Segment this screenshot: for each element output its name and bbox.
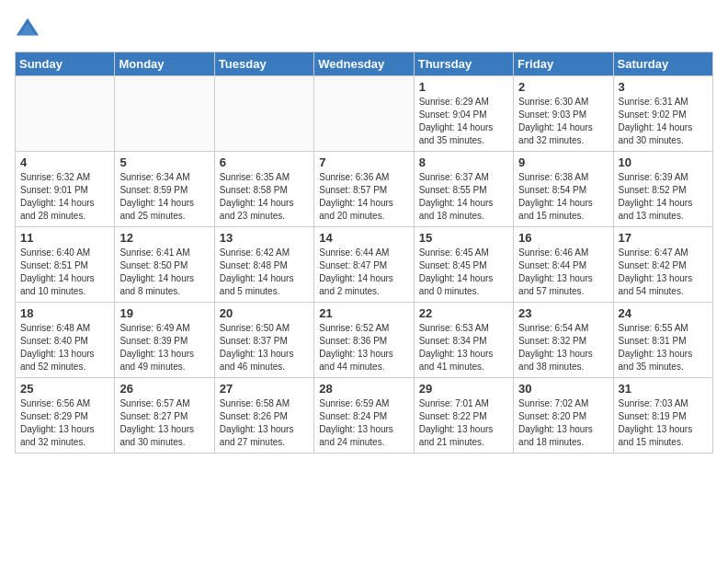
- calendar-cell: 28Sunrise: 6:59 AM Sunset: 8:24 PM Dayli…: [314, 378, 414, 454]
- calendar-cell: 4Sunrise: 6:32 AM Sunset: 9:01 PM Daylig…: [16, 152, 115, 227]
- day-number: 20: [220, 306, 309, 320]
- day-info: Sunrise: 7:01 AM Sunset: 8:22 PM Dayligh…: [419, 397, 508, 449]
- day-of-week-header: Tuesday: [214, 52, 313, 76]
- day-number: 22: [419, 306, 508, 320]
- day-number: 26: [119, 382, 209, 396]
- day-info: Sunrise: 6:38 AM Sunset: 8:54 PM Dayligh…: [518, 171, 608, 223]
- calendar-cell: 19Sunrise: 6:49 AM Sunset: 8:39 PM Dayli…: [115, 303, 214, 378]
- page-header: [15, 15, 713, 40]
- day-of-week-header: Monday: [115, 52, 214, 76]
- logo: [15, 15, 44, 40]
- day-number: 24: [619, 306, 708, 320]
- day-number: 21: [319, 306, 408, 320]
- day-info: Sunrise: 6:45 AM Sunset: 8:45 PM Dayligh…: [419, 247, 508, 298]
- logo-icon: [15, 15, 40, 40]
- day-number: 30: [518, 382, 608, 396]
- day-info: Sunrise: 6:29 AM Sunset: 9:04 PM Dayligh…: [419, 96, 508, 147]
- day-number: 17: [619, 231, 708, 245]
- day-info: Sunrise: 6:48 AM Sunset: 8:40 PM Dayligh…: [20, 322, 109, 373]
- calendar-cell: 25Sunrise: 6:56 AM Sunset: 8:29 PM Dayli…: [16, 378, 115, 454]
- day-info: Sunrise: 6:53 AM Sunset: 8:34 PM Dayligh…: [419, 322, 508, 373]
- day-number: 25: [20, 382, 109, 396]
- day-info: Sunrise: 6:49 AM Sunset: 8:39 PM Dayligh…: [119, 322, 209, 373]
- calendar-week-row: 18Sunrise: 6:48 AM Sunset: 8:40 PM Dayli…: [16, 303, 713, 378]
- calendar-cell: [314, 76, 414, 152]
- calendar-cell: 14Sunrise: 6:44 AM Sunset: 8:47 PM Dayli…: [314, 227, 414, 303]
- day-info: Sunrise: 6:41 AM Sunset: 8:50 PM Dayligh…: [119, 247, 209, 298]
- day-info: Sunrise: 6:57 AM Sunset: 8:27 PM Dayligh…: [119, 397, 209, 449]
- day-of-week-header: Thursday: [414, 52, 513, 76]
- calendar-week-row: 4Sunrise: 6:32 AM Sunset: 9:01 PM Daylig…: [16, 152, 713, 227]
- calendar-cell: 30Sunrise: 7:02 AM Sunset: 8:20 PM Dayli…: [514, 378, 613, 454]
- calendar-cell: 27Sunrise: 6:58 AM Sunset: 8:26 PM Dayli…: [214, 378, 313, 454]
- day-number: 14: [319, 231, 408, 245]
- calendar-cell: 7Sunrise: 6:36 AM Sunset: 8:57 PM Daylig…: [314, 152, 414, 227]
- day-info: Sunrise: 6:40 AM Sunset: 8:51 PM Dayligh…: [20, 247, 109, 298]
- day-info: Sunrise: 6:56 AM Sunset: 8:29 PM Dayligh…: [20, 397, 109, 449]
- day-number: 16: [518, 231, 608, 245]
- calendar-cell: 23Sunrise: 6:54 AM Sunset: 8:32 PM Dayli…: [514, 303, 613, 378]
- day-info: Sunrise: 6:37 AM Sunset: 8:55 PM Dayligh…: [419, 171, 508, 223]
- day-info: Sunrise: 6:32 AM Sunset: 9:01 PM Dayligh…: [20, 171, 109, 223]
- calendar-cell: 29Sunrise: 7:01 AM Sunset: 8:22 PM Dayli…: [414, 378, 513, 454]
- day-info: Sunrise: 6:39 AM Sunset: 8:52 PM Dayligh…: [619, 171, 708, 223]
- day-number: 2: [518, 80, 608, 94]
- calendar-cell: 11Sunrise: 6:40 AM Sunset: 8:51 PM Dayli…: [16, 227, 115, 303]
- calendar-week-row: 1Sunrise: 6:29 AM Sunset: 9:04 PM Daylig…: [16, 76, 713, 152]
- day-number: 31: [619, 382, 708, 396]
- day-number: 19: [119, 306, 209, 320]
- day-number: 29: [419, 382, 508, 396]
- day-info: Sunrise: 6:47 AM Sunset: 8:42 PM Dayligh…: [619, 247, 708, 298]
- day-of-week-header: Wednesday: [314, 52, 414, 76]
- day-number: 4: [20, 155, 109, 169]
- calendar-cell: 31Sunrise: 7:03 AM Sunset: 8:19 PM Dayli…: [613, 378, 712, 454]
- calendar-cell: 22Sunrise: 6:53 AM Sunset: 8:34 PM Dayli…: [414, 303, 513, 378]
- day-info: Sunrise: 6:30 AM Sunset: 9:03 PM Dayligh…: [518, 96, 608, 147]
- day-number: 11: [20, 231, 109, 245]
- day-number: 10: [619, 155, 708, 169]
- calendar-cell: 15Sunrise: 6:45 AM Sunset: 8:45 PM Dayli…: [414, 227, 513, 303]
- day-number: 8: [419, 155, 508, 169]
- calendar-week-row: 25Sunrise: 6:56 AM Sunset: 8:29 PM Dayli…: [16, 378, 713, 454]
- calendar-cell: 26Sunrise: 6:57 AM Sunset: 8:27 PM Dayli…: [115, 378, 214, 454]
- calendar-header-row: SundayMondayTuesdayWednesdayThursdayFrid…: [16, 52, 713, 76]
- day-number: 13: [220, 231, 309, 245]
- day-info: Sunrise: 6:31 AM Sunset: 9:02 PM Dayligh…: [619, 96, 708, 147]
- day-info: Sunrise: 6:46 AM Sunset: 8:44 PM Dayligh…: [518, 247, 608, 298]
- calendar-cell: 9Sunrise: 6:38 AM Sunset: 8:54 PM Daylig…: [514, 152, 613, 227]
- day-info: Sunrise: 6:50 AM Sunset: 8:37 PM Dayligh…: [220, 322, 309, 373]
- calendar-cell: 16Sunrise: 6:46 AM Sunset: 8:44 PM Dayli…: [514, 227, 613, 303]
- calendar-cell: 12Sunrise: 6:41 AM Sunset: 8:50 PM Dayli…: [115, 227, 214, 303]
- day-number: 28: [319, 382, 408, 396]
- day-number: 9: [518, 155, 608, 169]
- calendar-cell: 13Sunrise: 6:42 AM Sunset: 8:48 PM Dayli…: [214, 227, 313, 303]
- calendar-cell: 24Sunrise: 6:55 AM Sunset: 8:31 PM Dayli…: [613, 303, 712, 378]
- day-info: Sunrise: 6:54 AM Sunset: 8:32 PM Dayligh…: [518, 322, 608, 373]
- calendar-cell: 8Sunrise: 6:37 AM Sunset: 8:55 PM Daylig…: [414, 152, 513, 227]
- day-number: 1: [419, 80, 508, 94]
- calendar-cell: [214, 76, 313, 152]
- day-info: Sunrise: 6:52 AM Sunset: 8:36 PM Dayligh…: [319, 322, 408, 373]
- calendar-cell: 2Sunrise: 6:30 AM Sunset: 9:03 PM Daylig…: [514, 76, 613, 152]
- day-info: Sunrise: 6:36 AM Sunset: 8:57 PM Dayligh…: [319, 171, 408, 223]
- calendar-cell: 20Sunrise: 6:50 AM Sunset: 8:37 PM Dayli…: [214, 303, 313, 378]
- day-number: 6: [220, 155, 309, 169]
- day-number: 5: [119, 155, 209, 169]
- calendar-table: SundayMondayTuesdayWednesdayThursdayFrid…: [15, 52, 713, 454]
- day-number: 7: [319, 155, 408, 169]
- day-info: Sunrise: 6:55 AM Sunset: 8:31 PM Dayligh…: [619, 322, 708, 373]
- calendar-cell: 5Sunrise: 6:34 AM Sunset: 8:59 PM Daylig…: [115, 152, 214, 227]
- calendar-cell: 10Sunrise: 6:39 AM Sunset: 8:52 PM Dayli…: [613, 152, 712, 227]
- calendar-cell: 1Sunrise: 6:29 AM Sunset: 9:04 PM Daylig…: [414, 76, 513, 152]
- day-info: Sunrise: 7:02 AM Sunset: 8:20 PM Dayligh…: [518, 397, 608, 449]
- day-number: 27: [220, 382, 309, 396]
- calendar-cell: 3Sunrise: 6:31 AM Sunset: 9:02 PM Daylig…: [613, 76, 712, 152]
- calendar-cell: [115, 76, 214, 152]
- day-info: Sunrise: 6:42 AM Sunset: 8:48 PM Dayligh…: [220, 247, 309, 298]
- day-info: Sunrise: 6:35 AM Sunset: 8:58 PM Dayligh…: [220, 171, 309, 223]
- day-info: Sunrise: 7:03 AM Sunset: 8:19 PM Dayligh…: [619, 397, 708, 449]
- calendar-week-row: 11Sunrise: 6:40 AM Sunset: 8:51 PM Dayli…: [16, 227, 713, 303]
- day-of-week-header: Sunday: [16, 52, 115, 76]
- day-number: 23: [518, 306, 608, 320]
- calendar-cell: [16, 76, 115, 152]
